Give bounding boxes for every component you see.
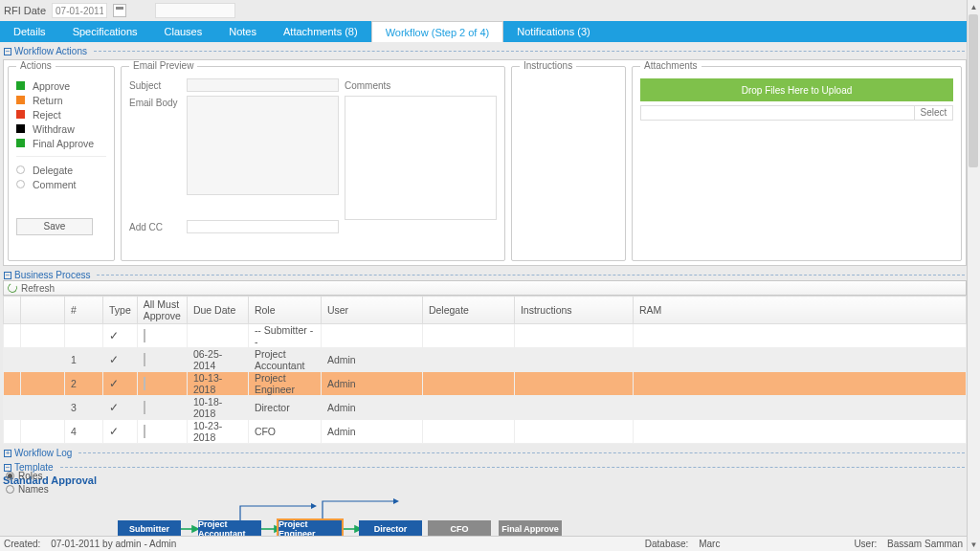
checkbox[interactable]: [144, 425, 145, 438]
collapse-icon[interactable]: −: [4, 272, 11, 279]
tab-notifications[interactable]: Notifications (3): [503, 21, 603, 42]
reject-color-icon: [16, 110, 25, 119]
table-row[interactable]: 3 ✓ 10-18-2018 Director Admin: [4, 396, 967, 420]
col-instructions[interactable]: Instructions: [514, 297, 633, 324]
action-reject[interactable]: Reject: [16, 107, 106, 121]
return-color-icon: [16, 96, 25, 104]
addcc-input[interactable]: [187, 220, 339, 233]
scroll-down-icon[interactable]: ▼: [968, 538, 980, 551]
drop-files-button[interactable]: Drop Files Here to Upload: [640, 78, 953, 101]
checkbox[interactable]: [144, 401, 145, 414]
col-due[interactable]: Due Date: [187, 297, 248, 324]
body-label: Email Body: [129, 96, 181, 195]
tab-clauses[interactable]: Clauses: [151, 21, 216, 42]
table-row[interactable]: 1 ✓ 06-25-2014 Project Accountant Admin: [4, 348, 967, 372]
email-preview-panel: Email Preview Subject Comments Email Bod…: [121, 66, 505, 261]
checkbox[interactable]: [144, 329, 145, 342]
scroll-up-icon[interactable]: ▲: [968, 0, 980, 13]
tab-specifications[interactable]: Specifications: [59, 21, 151, 42]
user-label: User:: [854, 539, 877, 549]
radio-roles[interactable]: Roles: [6, 469, 49, 482]
action-delegate[interactable]: Delegate: [16, 163, 106, 177]
attachments-legend: Attachments: [640, 60, 702, 71]
file-path-input[interactable]: [640, 105, 915, 121]
email-body-input[interactable]: [187, 96, 339, 195]
tab-bar: Details Specifications Clauses Notes Att…: [0, 21, 980, 42]
final-approve-color-icon: [16, 139, 25, 147]
unknown-top-field[interactable]: [155, 3, 235, 18]
tab-workflow[interactable]: Workflow (Step 2 of 4): [371, 21, 504, 42]
withdraw-color-icon: [16, 124, 25, 133]
table-row-selected[interactable]: 2 ✓ 10-13-2018 Project Engineer Admin: [4, 372, 967, 396]
action-comment[interactable]: Comment: [16, 177, 106, 191]
bp-table: # Type All Must Approve Due Date Role Us…: [3, 296, 967, 444]
radio-icon: [6, 485, 14, 494]
email-legend: Email Preview: [129, 60, 197, 71]
check-icon: ✓: [109, 353, 119, 366]
subject-label: Subject: [129, 78, 181, 92]
col-user[interactable]: User: [321, 297, 422, 324]
action-return[interactable]: Return: [16, 93, 106, 107]
scroll-thumb[interactable]: [969, 14, 978, 167]
instructions-legend: Instructions: [520, 60, 576, 71]
svg-marker-0: [311, 503, 317, 509]
col-type[interactable]: Type: [103, 297, 138, 324]
col-num[interactable]: #: [65, 297, 103, 324]
section-workflow-log: Workflow Log: [14, 448, 72, 458]
bp-toolbar: Refresh: [3, 280, 967, 296]
col-all[interactable]: All Must Approve: [137, 297, 187, 324]
check-icon: ✓: [109, 377, 119, 390]
radio-icon: [6, 472, 14, 480]
radio-names[interactable]: Names: [6, 482, 49, 496]
radio-icon: [16, 180, 25, 188]
created-value: 07-01-2011 by admin - Admin: [51, 539, 176, 549]
addcc-label: Add CC: [129, 220, 181, 233]
tab-details[interactable]: Details: [0, 21, 59, 42]
file-select-button[interactable]: Select: [915, 105, 953, 121]
database-value: Marc: [699, 539, 720, 549]
refresh-icon[interactable]: [7, 282, 19, 295]
approve-color-icon: [16, 81, 25, 90]
table-row[interactable]: 4 ✓ 10-23-2018 CFO Admin: [4, 420, 967, 444]
actions-legend: Actions: [16, 60, 56, 71]
checkbox[interactable]: [144, 377, 145, 390]
section-business-process: Business Process: [14, 270, 90, 280]
radio-icon: [16, 165, 25, 174]
action-withdraw[interactable]: Withdraw: [16, 121, 106, 136]
database-label: Database:: [645, 539, 689, 549]
status-bar: Created: 07-01-2011 by admin - Admin Dat…: [0, 536, 967, 551]
section-workflow-actions: Workflow Actions: [14, 46, 87, 56]
svg-marker-1: [393, 498, 399, 504]
col-delegate[interactable]: Delegate: [422, 297, 514, 324]
rfi-date-label: RFI Date: [4, 5, 46, 16]
refresh-button[interactable]: Refresh: [21, 283, 55, 294]
calendar-icon[interactable]: [113, 4, 126, 17]
action-final-approve[interactable]: Final Approve: [16, 136, 106, 150]
action-approve[interactable]: Approve: [16, 78, 106, 93]
attachments-panel: Attachments Drop Files Here to Upload Se…: [632, 66, 962, 261]
check-icon: ✓: [109, 329, 119, 342]
checkbox[interactable]: [144, 353, 145, 366]
expand-icon[interactable]: +: [4, 450, 11, 457]
vertical-scrollbar[interactable]: ▲ ▼: [967, 0, 980, 551]
table-row[interactable]: ✓ -- Submitter --: [4, 324, 967, 348]
col-ram[interactable]: RAM: [633, 297, 966, 324]
save-button[interactable]: Save: [16, 218, 93, 235]
comments-input[interactable]: [345, 96, 497, 220]
template-title: Standard Approval: [3, 474, 967, 486]
rfi-date-input[interactable]: [52, 3, 107, 18]
user-value: Bassam Samman: [887, 539, 963, 549]
comments-label: Comments: [345, 78, 497, 92]
instructions-panel: Instructions: [511, 66, 626, 261]
actions-panel: Actions Approve Return Reject Withdraw F…: [8, 66, 115, 261]
created-label: Created:: [4, 539, 40, 549]
col-role[interactable]: Role: [248, 297, 321, 324]
tab-attachments[interactable]: Attachments (8): [270, 21, 371, 42]
subject-input[interactable]: [187, 78, 339, 92]
check-icon: ✓: [109, 401, 119, 414]
collapse-icon[interactable]: −: [4, 48, 11, 55]
check-icon: ✓: [109, 425, 119, 438]
tab-notes[interactable]: Notes: [215, 21, 270, 42]
